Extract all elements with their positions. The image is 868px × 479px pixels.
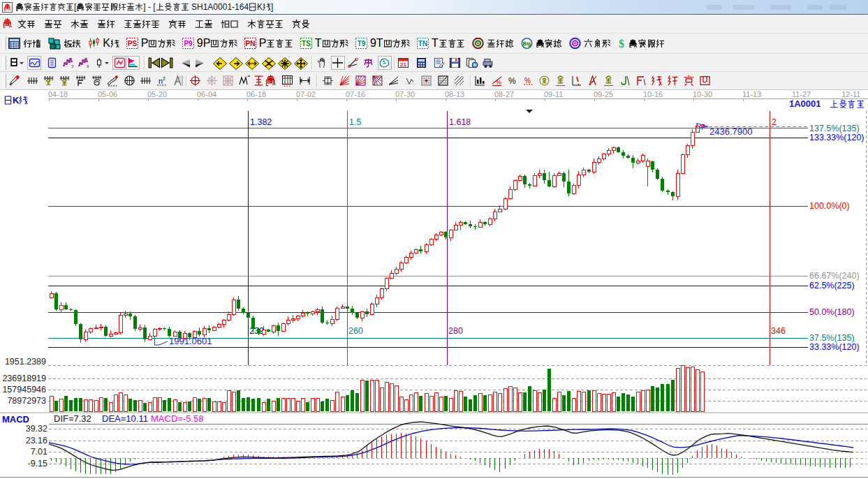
svg-text:100.0%(0): 100.0%(0)	[809, 201, 850, 211]
svg-text:12-11: 12-11	[841, 90, 860, 98]
svg-text:1991.0601: 1991.0601	[169, 336, 212, 346]
svg-text:1.5: 1.5	[349, 117, 361, 127]
svg-text:1951.2389: 1951.2389	[5, 357, 46, 367]
svg-text:346: 346	[771, 326, 786, 336]
svg-text:08-13: 08-13	[445, 90, 464, 98]
svg-text:DEA=10.11: DEA=10.11	[102, 413, 148, 424]
svg-text:1.618: 1.618	[449, 117, 471, 127]
svg-text:07-02: 07-02	[296, 90, 316, 98]
svg-text:2: 2	[772, 117, 777, 127]
svg-text:06-04: 06-04	[197, 90, 216, 98]
svg-text:11-13: 11-13	[742, 90, 761, 98]
svg-text:09-11: 09-11	[544, 90, 563, 98]
svg-text:1.382: 1.382	[250, 117, 272, 127]
svg-text:33.33%(120): 33.33%(120)	[809, 342, 860, 352]
svg-text:50.0%(180): 50.0%(180)	[809, 307, 855, 317]
svg-text:133.33%(120): 133.33%(120)	[809, 133, 865, 142]
svg-text:137.5%(135): 137.5%(135)	[809, 124, 860, 133]
svg-text:37.5%(135): 37.5%(135)	[809, 333, 855, 343]
svg-text:-9.15: -9.15	[28, 459, 48, 469]
svg-text:236918919: 236918919	[2, 374, 46, 383]
svg-text:2436.7900: 2436.7900	[709, 126, 752, 137]
svg-text:04-18: 04-18	[48, 90, 68, 98]
svg-text:39.32: 39.32	[26, 424, 47, 434]
svg-text:1A0001: 1A0001	[789, 98, 821, 109]
svg-text:DIF=7.32: DIF=7.32	[54, 413, 91, 424]
svg-text:157945946: 157945946	[2, 385, 46, 395]
svg-text:11-27: 11-27	[792, 90, 811, 98]
svg-text:05-20: 05-20	[147, 90, 167, 98]
svg-text:260: 260	[348, 326, 363, 336]
svg-text:66.67%(240): 66.67%(240)	[809, 271, 860, 281]
svg-text:07-16: 07-16	[346, 90, 365, 98]
svg-text:09-25: 09-25	[594, 90, 613, 98]
svg-text:10-30: 10-30	[693, 90, 712, 98]
svg-text:10-16: 10-16	[643, 90, 663, 98]
svg-text:7.01: 7.01	[31, 447, 47, 457]
svg-text:06-18: 06-18	[247, 90, 266, 98]
svg-text:78972973: 78972973	[7, 396, 46, 406]
svg-text:07-30: 07-30	[395, 90, 415, 98]
svg-text:08-27: 08-27	[494, 90, 514, 98]
svg-text:MACD=-5.58: MACD=-5.58	[151, 413, 204, 424]
svg-text:23.16: 23.16	[26, 436, 47, 445]
svg-text:05-06: 05-06	[98, 90, 117, 98]
svg-text:62.5%(225): 62.5%(225)	[809, 281, 855, 290]
svg-text:280: 280	[448, 326, 463, 336]
